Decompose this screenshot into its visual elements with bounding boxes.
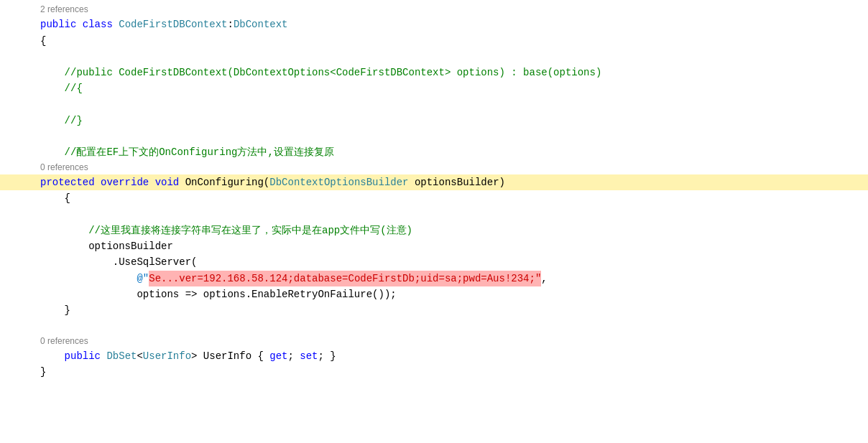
code-line-method-brace-close: } <box>0 302 868 318</box>
line-separator-5 <box>0 319 868 335</box>
brace-open: { <box>40 33 46 49</box>
method-name-prefix: OnConfiguring( <box>185 174 270 190</box>
generic-close-prop: > UserInfo { <box>191 348 269 364</box>
code-line-onconfiguring: protected override void OnConfiguring( D… <box>0 174 868 190</box>
keyword-public: public <box>40 17 83 32</box>
keyword-public-2: public <box>40 348 106 364</box>
optionsbuilder-var: optionsBuilder <box>40 238 173 254</box>
param-type: DbContextOptionsBuilder <box>269 174 408 190</box>
keyword-protected: protected <box>40 174 101 190</box>
line-separator-2 <box>0 97 868 113</box>
generic-open: < <box>137 348 142 364</box>
code-line-comment-note: //这里我直接将连接字符串写在这里了，实际中是在app文件中写(注意) <box>0 223 868 238</box>
keyword-get: get <box>269 348 287 364</box>
keyword-override: override <box>101 174 155 190</box>
keyword-set: set <box>300 348 318 364</box>
keyword-void: void <box>155 174 185 190</box>
meta-references-2: 2 references <box>0 3 868 17</box>
code-line-brace-open: { <box>0 33 868 49</box>
meta-references-0-b: 0 references <box>0 335 868 348</box>
comma: , <box>541 271 547 286</box>
comment-constructor: //public CodeFirstDBContext(DbContextOpt… <box>40 65 601 80</box>
semicolon-1: ; <box>288 348 300 364</box>
line-separator-3 <box>0 129 868 144</box>
redacted-connection-string: Se...ver=192.168.58.124;database=CodeFir… <box>149 271 541 286</box>
code-line-comment-chinese: //配置在EF上下文的OnConfiguring方法中,设置连接复原 <box>0 144 868 160</box>
code-line-comment-constructor: //public CodeFirstDBContext(DbContextOpt… <box>0 65 868 80</box>
ref-count: 2 references <box>40 3 88 17</box>
param-name: optionsBuilder) <box>409 174 505 190</box>
keyword-class: class <box>83 17 119 32</box>
code-line-optionsbuilder: optionsBuilder <box>0 238 868 254</box>
userinfo-type: UserInfo <box>143 348 191 364</box>
code-line-class: public class CodeFirstDBContext : DbCont… <box>0 17 868 32</box>
enableretry-call: options => options.EnableRetryOnFailure(… <box>40 286 397 302</box>
code-line-method-brace-open: { <box>0 190 868 206</box>
colon: : <box>227 17 233 32</box>
code-editor: 2 references public class CodeFirstDBCon… <box>0 0 868 443</box>
code-line-comment-close-brace: //} <box>0 113 868 129</box>
prop-close: ; } <box>318 348 336 364</box>
comment-brace-close: //} <box>40 113 83 129</box>
ref-count-0: 0 references <box>40 161 88 174</box>
base-class: DbContext <box>234 17 288 32</box>
method-brace-open: { <box>40 190 70 206</box>
code-line-comment-brace: //{ <box>0 80 868 96</box>
usesqlserver-call: .UseSqlServer( <box>40 254 197 270</box>
comment-note: //这里我直接将连接字符串写在这里了，实际中是在app文件中写(注意) <box>40 223 412 238</box>
line-separator-4 <box>0 207 868 223</box>
meta-references-0: 0 references <box>0 161 868 174</box>
code-line-connection-string: @"Se...ver=192.168.58.124;database=CodeF… <box>0 271 868 286</box>
code-line-class-brace-close: } <box>0 364 868 380</box>
code-line-dbset: public DbSet < UserInfo > UserInfo { get… <box>0 348 868 364</box>
comment-chinese: //配置在EF上下文的OnConfiguring方法中,设置连接复原 <box>40 144 334 160</box>
code-line-usesqlserver: .UseSqlServer( <box>0 254 868 270</box>
code-line-enableretry: options => options.EnableRetryOnFailure(… <box>0 286 868 302</box>
class-brace-close: } <box>40 364 46 380</box>
code-content: 2 references public class CodeFirstDBCon… <box>0 0 868 383</box>
line-separator-1 <box>0 49 868 65</box>
dbset-type: DbSet <box>106 348 137 364</box>
string-prefix: @" <box>40 271 149 286</box>
comment-brace-open: //{ <box>40 80 83 96</box>
method-brace-close: } <box>40 302 70 318</box>
ref-count-0-b: 0 references <box>40 335 88 348</box>
classname: CodeFirstDBContext <box>119 17 227 32</box>
